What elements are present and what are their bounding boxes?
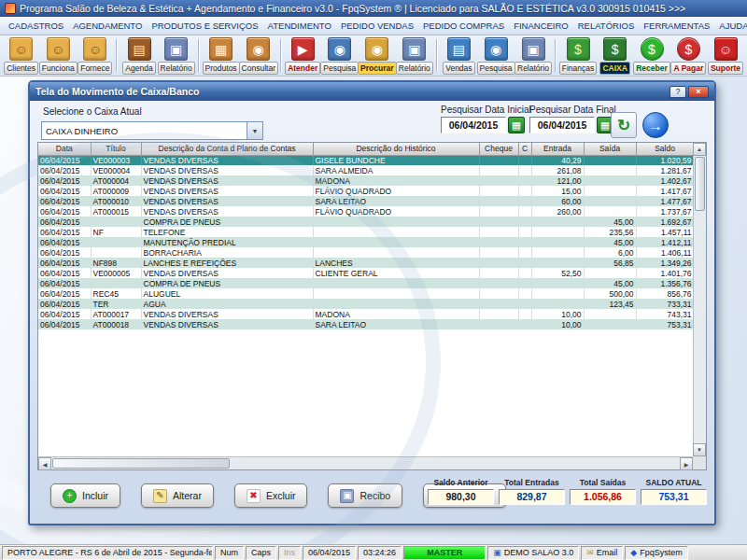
table-row[interactable]: 06/04/2015VE000005VENDAS DIVERSASCLIENTE… bbox=[38, 268, 693, 278]
table-row[interactable]: 06/04/2015TERAGUA123,45733,31 bbox=[38, 299, 693, 309]
recibo-button[interactable]: ▣Recibo bbox=[328, 483, 402, 508]
scroll-left-icon[interactable]: ◀ bbox=[38, 457, 51, 470]
date-end-input[interactable]: 06/04/2015 bbox=[529, 117, 595, 133]
toolbar-button-relatorio[interactable]: ▣Relatório bbox=[158, 37, 195, 75]
table-row[interactable]: 06/04/2015AT000010VENDAS DIVERSASSARA LE… bbox=[38, 196, 693, 206]
date-start-input[interactable]: 06/04/2015 bbox=[441, 117, 506, 133]
table-row[interactable]: 06/04/2015COMPRA DE PNEUS45,001.692,67 bbox=[38, 217, 693, 227]
excluir-button[interactable]: ✖Excluir bbox=[234, 483, 308, 508]
toolbar-button-procurar[interactable]: ◉Procurar bbox=[359, 37, 396, 75]
toolbar-button-relatorio[interactable]: ▣Relatório bbox=[514, 37, 552, 75]
table-row[interactable]: 06/04/2015NF898LANCHES E REFEIÇÕESLANCHE… bbox=[38, 258, 693, 268]
column-header-c[interactable]: C bbox=[518, 143, 531, 155]
toolbar-button-receber[interactable]: $Receber bbox=[633, 37, 670, 75]
table-row[interactable]: 06/04/2015REC45ALUGUEL500,00856,76 bbox=[38, 288, 693, 299]
table-row[interactable]: 06/04/2015AT000017VENDAS DIVERSASMADONA1… bbox=[38, 309, 693, 319]
table-row[interactable]: 06/04/2015NFTELEFONE235,561.457,11 bbox=[38, 227, 693, 237]
menu-agendamento[interactable]: AGENDAMENTO bbox=[68, 18, 147, 34]
dialog-titlebar[interactable]: Tela do Movimento de Caixa/Banco ? × bbox=[30, 82, 714, 101]
incluir-button[interactable]: +Incluir bbox=[50, 483, 120, 508]
toolbar-button-relatorio[interactable]: ▣Relatório bbox=[396, 37, 433, 75]
table-row[interactable]: 06/04/2015AT000018VENDAS DIVERSASSARA LE… bbox=[38, 319, 693, 329]
cell: VENDAS DIVERSAS bbox=[141, 309, 313, 319]
menu-ferramentas[interactable]: FERRAMENTAS bbox=[639, 18, 714, 34]
cell: 06/04/2015 bbox=[38, 278, 91, 288]
cell: 15,00 bbox=[531, 186, 584, 196]
summary-total-saidas: Total Saídas1.056,86 bbox=[570, 478, 636, 505]
table-row[interactable]: 06/04/2015AT000015VENDAS DIVERSASFLÁVIO … bbox=[38, 206, 693, 217]
hscroll-thumb[interactable] bbox=[52, 458, 230, 469]
table-row[interactable]: 06/04/2015AT000009VENDAS DIVERSASFLÁVIO … bbox=[38, 186, 693, 196]
refresh-icon[interactable]: ↻ bbox=[611, 112, 637, 138]
caixa-select[interactable]: CAIXA DINHEIRO ▼ bbox=[41, 121, 263, 140]
help-button[interactable]: ? bbox=[669, 86, 686, 98]
toolbar-button-pesquisa[interactable]: ◉Pesquisa bbox=[321, 37, 359, 75]
vertical-scrollbar[interactable]: ▲ ▼ bbox=[693, 143, 706, 456]
table-row[interactable]: 06/04/2015BORRACHARIA6,001.406,11 bbox=[38, 247, 693, 258]
table-row[interactable]: 06/04/2015VE000003VENDAS DIVERSASGISELE … bbox=[38, 155, 693, 165]
table-row[interactable]: 06/04/2015MANUTENÇÃO PREDIAL45,001.412,1… bbox=[38, 237, 693, 247]
toolbar-button-consultar[interactable]: ◉Consultar bbox=[240, 37, 277, 75]
toolbar-button-caixa[interactable]: $CAIXA bbox=[597, 37, 633, 75]
toolbar-button-financas[interactable]: $Finanças bbox=[559, 37, 597, 75]
toolbar-button-agenda[interactable]: ▤Agenda bbox=[120, 37, 157, 75]
cell: VENDAS DIVERSAS bbox=[141, 319, 313, 329]
toolbar-button-fornece[interactable]: ☺Fornece bbox=[77, 37, 113, 75]
toolbar-button-suporte[interactable]: ☺Suporte bbox=[707, 37, 744, 75]
chevron-down-icon[interactable]: ▼ bbox=[247, 122, 262, 139]
cell: AGUA bbox=[141, 299, 313, 309]
status-03-24-26: 03:24:26 bbox=[358, 546, 402, 560]
toolbar-button-produtos[interactable]: ▦Produtos bbox=[203, 37, 240, 75]
cell bbox=[518, 258, 531, 268]
toolbar-button-pesquisa[interactable]: ◉Pesquisa bbox=[477, 37, 514, 75]
table-row[interactable]: 06/04/2015COMPRA DE PNEUS45,001.356,76 bbox=[38, 278, 693, 288]
menu-pedido-vendas[interactable]: PEDIDO VENDAS bbox=[336, 18, 418, 34]
cell: 45,00 bbox=[584, 217, 636, 227]
alterar-button[interactable]: ✎Alterar bbox=[141, 483, 214, 508]
close-icon[interactable]: × bbox=[688, 86, 709, 98]
menu-cadastros[interactable]: CADASTROS bbox=[4, 18, 68, 34]
cell bbox=[479, 155, 518, 165]
scroll-down-icon[interactable]: ▼ bbox=[693, 443, 706, 456]
menu-relatorios[interactable]: RELATÓRIOS bbox=[573, 18, 640, 34]
go-arrow-icon[interactable]: → bbox=[642, 112, 669, 138]
column-header-descricao-do-historico[interactable]: Descrição do Histórico bbox=[313, 143, 479, 155]
toolbar: ☺Clientes☺Funciona☺Fornece▤Agenda▣Relató… bbox=[0, 35, 747, 77]
column-header-titulo[interactable]: Título bbox=[91, 143, 141, 155]
cell: VE000003 bbox=[91, 155, 141, 165]
summary-total-entradas: Total Entradas829,87 bbox=[499, 478, 565, 505]
app-icon bbox=[5, 3, 16, 14]
toolbar-label: A Pagar bbox=[670, 62, 706, 75]
toolbar-button-clientes[interactable]: ☺Clientes bbox=[3, 37, 39, 75]
column-header-entrada[interactable]: Entrada bbox=[531, 143, 584, 155]
menu-pedido-compras[interactable]: PEDIDO COMPRAS bbox=[418, 18, 509, 34]
scroll-right-icon[interactable]: ▶ bbox=[680, 457, 693, 470]
cell: 06/04/2015 bbox=[38, 288, 91, 299]
column-header-data[interactable]: Data bbox=[38, 143, 91, 155]
column-header-saida[interactable]: Saída bbox=[584, 143, 636, 155]
menu-produtos-e-servicos[interactable]: PRODUTOS E SERVIÇOS bbox=[147, 18, 262, 34]
cell: GISELE BUNDCHE bbox=[313, 155, 479, 165]
menu-atendimento[interactable]: ATENDIMENTO bbox=[263, 18, 336, 34]
toolbar-divider bbox=[116, 39, 118, 72]
movements-table: DataTítuloDescrição da Conta d Plano de … bbox=[38, 143, 693, 329]
vscroll-thumb[interactable] bbox=[695, 157, 705, 211]
toolbar-button-atender[interactable]: ▶Atender bbox=[285, 37, 321, 75]
cell: 1.349,26 bbox=[636, 258, 693, 268]
calendar-icon[interactable]: ▦ bbox=[508, 117, 525, 133]
summary-value: 1.056,86 bbox=[570, 489, 636, 505]
column-header-cheque[interactable]: Cheque bbox=[479, 143, 518, 155]
table-row[interactable]: 06/04/2015VE000004VENDAS DIVERSASSARA AL… bbox=[38, 165, 693, 175]
toolbar-button-a-pagar[interactable]: $A Pagar bbox=[670, 37, 707, 75]
column-header-descricao-da-conta-d-plano-de-contas[interactable]: Descrição da Conta d Plano de Contas bbox=[141, 143, 313, 155]
cell: LANCHES E REFEIÇÕES bbox=[141, 258, 313, 268]
menu-financeiro[interactable]: FINANCEIRO bbox=[509, 18, 573, 34]
table-row[interactable]: 06/04/2015AT000004VENDAS DIVERSASMADONA1… bbox=[38, 175, 693, 186]
scroll-up-icon[interactable]: ▲ bbox=[693, 143, 706, 156]
toolbar-button-funciona[interactable]: ☺Funciona bbox=[39, 37, 77, 75]
cell: VENDAS DIVERSAS bbox=[141, 196, 313, 206]
column-header-saldo[interactable]: Saldo bbox=[636, 143, 693, 155]
menu-ajuda[interactable]: AJUDA bbox=[714, 18, 747, 34]
toolbar-button-vendas[interactable]: ▤Vendas bbox=[441, 37, 477, 75]
horizontal-scrollbar[interactable]: ◀ ▶ bbox=[38, 456, 693, 469]
